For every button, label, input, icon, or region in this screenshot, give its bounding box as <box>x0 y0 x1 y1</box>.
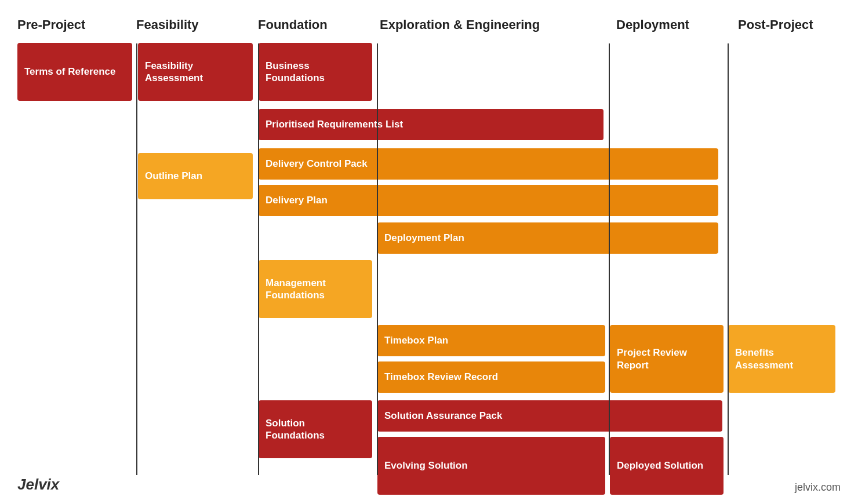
business-foundations: Business Foundations <box>259 43 372 101</box>
footer: Jelvix jelvix.com <box>17 476 841 494</box>
outline-plan: Outline Plan <box>138 153 253 199</box>
timebox-review-record: Timebox Review Record <box>377 361 605 393</box>
management-foundations: Management Foundations <box>259 260 372 318</box>
deployment-plan: Deployment Plan <box>377 222 718 254</box>
delivery-control-pack: Delivery Control Pack <box>259 148 718 180</box>
header-expeng: Exploration & Engineering <box>380 17 616 32</box>
terms-of-reference: Terms of Reference <box>17 43 132 101</box>
brand-logo: Jelvix <box>17 476 59 494</box>
header-row: Pre-Project Feasibility Foundation Explo… <box>17 17 841 32</box>
page: Pre-Project Feasibility Foundation Explo… <box>0 0 858 504</box>
header-foundation: Foundation <box>258 17 380 32</box>
content-area: Terms of ReferenceFeasibility Assessment… <box>17 43 841 460</box>
feasibility-assessment: Feasibility Assessment <box>138 43 253 101</box>
benefits-assessment: Benefits Assessment <box>728 325 835 393</box>
solution-assurance-pack: Solution Assurance Pack <box>377 400 722 432</box>
delivery-plan: Delivery Plan <box>259 185 718 216</box>
header-pre-project: Pre-Project <box>17 17 136 32</box>
header-post-project: Post-Project <box>738 17 839 32</box>
timebox-plan: Timebox Plan <box>377 325 605 356</box>
project-review-report: Project Review Report <box>610 325 724 393</box>
prioritised-requirements: Prioritised Requirements List <box>259 109 603 140</box>
solution-foundations: Solution Foundations <box>259 400 372 458</box>
footer-url: jelvix.com <box>795 481 841 494</box>
header-feasibility: Feasibility <box>136 17 258 32</box>
header-deployment: Deployment <box>616 17 738 32</box>
